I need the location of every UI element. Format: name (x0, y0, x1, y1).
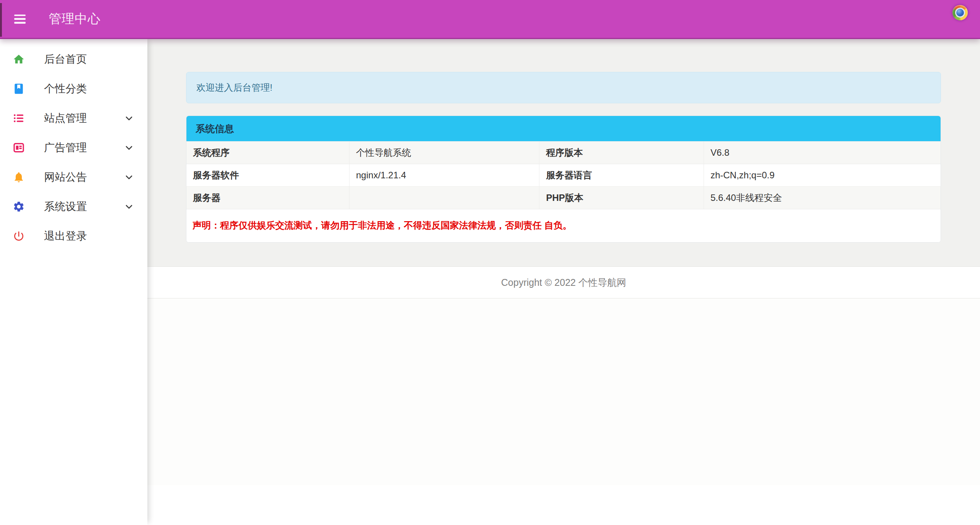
sidebar-item-settings[interactable]: 系统设置 (0, 192, 147, 221)
content-area: 欢迎进入后台管理! 系统信息 系统程序 个性导航系统 程序版本 V6.8 服务器… (147, 39, 980, 525)
sidebar-item-label: 站点管理 (44, 111, 87, 126)
sidebar-item-label: 个性分类 (44, 82, 87, 96)
table-row: 系统程序 个性导航系统 程序版本 V6.8 (186, 142, 941, 164)
table-cell-value (350, 187, 539, 209)
power-icon (13, 230, 25, 242)
footer: Copyright © 2022 个性导航网 (147, 267, 980, 298)
sidebar-item-dashboard[interactable]: 后台首页 (0, 44, 147, 74)
welcome-alert: 欢迎进入后台管理! (186, 72, 941, 103)
table-row: 服务器 PHP版本 5.6.40非线程安全 (186, 187, 941, 209)
page-background (147, 298, 980, 485)
table-cell-label: 服务器语言 (539, 164, 704, 187)
sidebar-item-sites[interactable]: 站点管理 (0, 103, 147, 133)
table-row: 服务器软件 nginx/1.21.4 服务器语言 zh-CN,zh;q=0.9 (186, 164, 941, 187)
table-cell-label: 服务器 (186, 187, 350, 209)
screen-edge-artifact (0, 3, 2, 37)
main-content: 欢迎进入后台管理! 系统信息 系统程序 个性导航系统 程序版本 V6.8 服务器… (147, 39, 980, 267)
sidebar-item-label: 网站公告 (44, 170, 87, 184)
panel-header: 系统信息 (186, 116, 941, 141)
book-icon (13, 83, 25, 95)
copyright-text: Copyright © 2022 个性导航网 (501, 276, 626, 289)
sidebar-item-label: 系统设置 (44, 199, 87, 214)
app-title: 管理中心 (49, 10, 101, 28)
home-icon (13, 53, 25, 65)
hamburger-icon (14, 15, 26, 16)
list-icon (13, 112, 25, 124)
chevron-down-icon (124, 143, 134, 152)
sidebar-item-label: 后台首页 (44, 52, 87, 67)
sidebar-item-categories[interactable]: 个性分类 (0, 74, 147, 103)
sidebar-item-label: 广告管理 (44, 140, 87, 155)
menu-toggle-button[interactable] (14, 15, 26, 24)
bell-icon (13, 171, 25, 183)
disclaimer-text: 声明：程序仅供娱乐交流测试，请勿用于非法用途，不得违反国家法律法规，否则责任 自… (193, 220, 572, 230)
sidebar-nav: 后台首页 个性分类 站点管理 广告管理 (0, 39, 147, 525)
gear-icon (13, 201, 25, 213)
sidebar-item-announcements[interactable]: 网站公告 (0, 162, 147, 192)
panel-title: 系统信息 (196, 122, 234, 135)
table-cell-label: 系统程序 (186, 142, 350, 164)
welcome-alert-text: 欢迎进入后台管理! (196, 82, 273, 94)
panel-body: 声明：程序仅供娱乐交流测试，请勿用于非法用途，不得违反国家法律法规，否则责任 自… (186, 209, 941, 242)
sidebar-item-ads[interactable]: 广告管理 (0, 133, 147, 162)
table-cell-value: 个性导航系统 (350, 142, 539, 164)
table-cell-value: 5.6.40非线程安全 (704, 187, 941, 209)
ad-icon (13, 142, 25, 154)
hamburger-icon (14, 18, 26, 20)
table-cell-value: V6.8 (704, 142, 941, 164)
sidebar-item-logout[interactable]: 退出登录 (0, 221, 147, 251)
chrome-logo-icon (952, 5, 968, 20)
chevron-down-icon (124, 114, 134, 123)
system-info-panel: 系统信息 系统程序 个性导航系统 程序版本 V6.8 服务器软件 nginx/1… (186, 116, 941, 243)
table-cell-value: nginx/1.21.4 (350, 164, 539, 187)
table-cell-label: 程序版本 (539, 142, 704, 164)
table-cell-value: zh-CN,zh;q=0.9 (704, 164, 941, 187)
table-cell-label: PHP版本 (539, 187, 704, 209)
top-header-bar: 管理中心 (0, 0, 980, 39)
system-info-table: 系统程序 个性导航系统 程序版本 V6.8 服务器软件 nginx/1.21.4… (186, 141, 941, 209)
hamburger-icon (14, 22, 26, 24)
chevron-down-icon (124, 202, 134, 211)
table-cell-label: 服务器软件 (186, 164, 350, 187)
chevron-down-icon (124, 173, 134, 182)
sidebar-item-label: 退出登录 (44, 229, 87, 243)
